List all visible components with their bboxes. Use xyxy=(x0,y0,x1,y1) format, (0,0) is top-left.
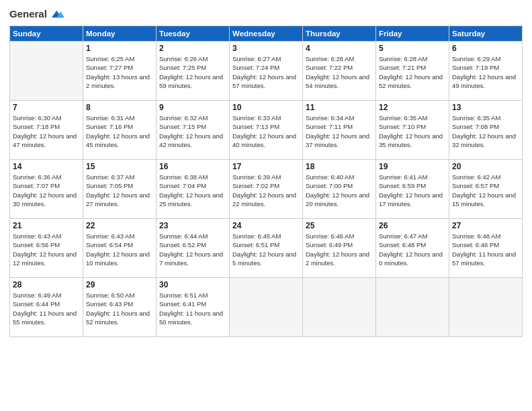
weekday-header-row: SundayMondayTuesdayWednesdayThursdayFrid… xyxy=(10,26,523,42)
day-info: Sunrise: 6:26 AMSunset: 7:25 PMDaylight:… xyxy=(159,54,226,90)
calendar-cell: 1Sunrise: 6:25 AMSunset: 7:27 PMDaylight… xyxy=(83,42,157,101)
day-number: 16 xyxy=(159,162,226,171)
day-info: Sunrise: 6:47 AMSunset: 6:48 PMDaylight:… xyxy=(379,232,446,267)
weekday-header-saturday: Saturday xyxy=(449,26,523,42)
weekday-header-tuesday: Tuesday xyxy=(157,26,230,42)
calendar-cell: 25Sunrise: 6:46 AMSunset: 6:49 PMDayligh… xyxy=(303,219,376,278)
day-number: 27 xyxy=(452,221,519,230)
day-info: Sunrise: 6:44 AMSunset: 6:52 PMDaylight:… xyxy=(159,232,226,267)
day-number: 11 xyxy=(306,103,373,112)
day-info: Sunrise: 6:25 AMSunset: 7:27 PMDaylight:… xyxy=(86,54,153,90)
calendar-cell: 29Sunrise: 6:50 AMSunset: 6:43 PMDayligh… xyxy=(83,278,157,337)
calendar-cell: 2Sunrise: 6:26 AMSunset: 7:25 PMDaylight… xyxy=(157,42,230,101)
day-number: 2 xyxy=(159,44,226,53)
calendar-cell: 3Sunrise: 6:27 AMSunset: 7:24 PMDaylight… xyxy=(230,42,303,101)
day-info: Sunrise: 6:43 AMSunset: 6:54 PMDaylight:… xyxy=(86,232,153,267)
day-info: Sunrise: 6:31 AMSunset: 7:16 PMDaylight:… xyxy=(86,113,153,149)
day-number: 6 xyxy=(452,44,519,53)
calendar-cell: 4Sunrise: 6:28 AMSunset: 7:22 PMDaylight… xyxy=(303,42,376,101)
day-info: Sunrise: 6:30 AMSunset: 7:18 PMDaylight:… xyxy=(13,113,80,149)
weekday-header-wednesday: Wednesday xyxy=(230,26,303,42)
day-number: 3 xyxy=(232,44,300,53)
calendar-cell: 16Sunrise: 6:38 AMSunset: 7:04 PMDayligh… xyxy=(157,160,230,219)
calendar-cell: 19Sunrise: 6:41 AMSunset: 6:59 PMDayligh… xyxy=(376,160,449,219)
week-row-2: 7Sunrise: 6:30 AMSunset: 7:18 PMDaylight… xyxy=(10,101,523,160)
calendar-cell xyxy=(10,42,83,101)
day-number: 13 xyxy=(452,103,519,112)
day-number: 14 xyxy=(13,162,80,171)
weekday-header-friday: Friday xyxy=(376,26,449,42)
day-number: 24 xyxy=(232,221,300,230)
calendar-cell: 18Sunrise: 6:40 AMSunset: 7:00 PMDayligh… xyxy=(303,160,376,219)
week-row-3: 14Sunrise: 6:36 AMSunset: 7:07 PMDayligh… xyxy=(10,160,523,219)
calendar-cell: 12Sunrise: 6:35 AMSunset: 7:10 PMDayligh… xyxy=(376,101,449,160)
day-number: 29 xyxy=(86,280,153,289)
header: General xyxy=(9,7,523,21)
page: General SundayMondayTuesdayWednesdayThur… xyxy=(0,0,532,411)
day-number: 20 xyxy=(452,162,519,171)
day-number: 30 xyxy=(159,280,226,289)
day-info: Sunrise: 6:27 AMSunset: 7:24 PMDaylight:… xyxy=(232,54,300,90)
day-info: Sunrise: 6:38 AMSunset: 7:04 PMDaylight:… xyxy=(159,173,226,208)
day-info: Sunrise: 6:35 AMSunset: 7:10 PMDaylight:… xyxy=(379,113,446,149)
calendar-cell: 5Sunrise: 6:28 AMSunset: 7:21 PMDaylight… xyxy=(376,42,449,101)
weekday-header-thursday: Thursday xyxy=(303,26,376,42)
day-number: 8 xyxy=(86,103,153,112)
day-info: Sunrise: 6:51 AMSunset: 6:41 PMDaylight:… xyxy=(159,291,226,326)
calendar-cell: 28Sunrise: 6:49 AMSunset: 6:44 PMDayligh… xyxy=(10,278,83,337)
calendar-cell: 20Sunrise: 6:42 AMSunset: 6:57 PMDayligh… xyxy=(449,160,523,219)
day-number: 28 xyxy=(13,280,80,289)
day-info: Sunrise: 6:50 AMSunset: 6:43 PMDaylight:… xyxy=(86,291,153,326)
day-number: 25 xyxy=(306,221,373,230)
calendar-cell: 7Sunrise: 6:30 AMSunset: 7:18 PMDaylight… xyxy=(10,101,83,160)
day-info: Sunrise: 6:34 AMSunset: 7:11 PMDaylight:… xyxy=(306,113,373,149)
day-info: Sunrise: 6:40 AMSunset: 7:00 PMDaylight:… xyxy=(306,173,373,208)
day-info: Sunrise: 6:48 AMSunset: 6:46 PMDaylight:… xyxy=(452,232,519,267)
day-info: Sunrise: 6:29 AMSunset: 7:19 PMDaylight:… xyxy=(452,54,519,90)
day-number: 10 xyxy=(232,103,300,112)
day-info: Sunrise: 6:42 AMSunset: 6:57 PMDaylight:… xyxy=(452,173,519,208)
calendar-cell: 21Sunrise: 6:43 AMSunset: 6:56 PMDayligh… xyxy=(10,219,83,278)
week-row-4: 21Sunrise: 6:43 AMSunset: 6:56 PMDayligh… xyxy=(10,219,523,278)
calendar-cell xyxy=(230,278,303,337)
calendar-cell: 17Sunrise: 6:39 AMSunset: 7:02 PMDayligh… xyxy=(230,160,303,219)
day-number: 21 xyxy=(13,221,80,230)
day-number: 23 xyxy=(159,221,226,230)
calendar-cell xyxy=(303,278,376,337)
day-number: 4 xyxy=(306,44,373,53)
day-info: Sunrise: 6:49 AMSunset: 6:44 PMDaylight:… xyxy=(13,291,80,326)
day-number: 15 xyxy=(86,162,153,171)
calendar-cell: 10Sunrise: 6:33 AMSunset: 7:13 PMDayligh… xyxy=(230,101,303,160)
weekday-header-sunday: Sunday xyxy=(10,26,83,42)
calendar-cell: 27Sunrise: 6:48 AMSunset: 6:46 PMDayligh… xyxy=(449,219,523,278)
day-info: Sunrise: 6:39 AMSunset: 7:02 PMDaylight:… xyxy=(232,173,300,208)
logo-text: General xyxy=(9,9,47,20)
day-info: Sunrise: 6:33 AMSunset: 7:13 PMDaylight:… xyxy=(232,113,300,149)
calendar-cell: 23Sunrise: 6:44 AMSunset: 6:52 PMDayligh… xyxy=(157,219,230,278)
calendar-cell: 15Sunrise: 6:37 AMSunset: 7:05 PMDayligh… xyxy=(83,160,157,219)
day-info: Sunrise: 6:37 AMSunset: 7:05 PMDaylight:… xyxy=(86,173,153,208)
calendar-cell: 22Sunrise: 6:43 AMSunset: 6:54 PMDayligh… xyxy=(83,219,157,278)
calendar-cell: 6Sunrise: 6:29 AMSunset: 7:19 PMDaylight… xyxy=(449,42,523,101)
calendar-cell: 26Sunrise: 6:47 AMSunset: 6:48 PMDayligh… xyxy=(376,219,449,278)
day-info: Sunrise: 6:32 AMSunset: 7:15 PMDaylight:… xyxy=(159,113,226,149)
day-number: 5 xyxy=(379,44,446,53)
calendar-cell xyxy=(449,278,523,337)
calendar-cell: 24Sunrise: 6:45 AMSunset: 6:51 PMDayligh… xyxy=(230,219,303,278)
day-number: 26 xyxy=(379,221,446,230)
week-row-5: 28Sunrise: 6:49 AMSunset: 6:44 PMDayligh… xyxy=(10,278,523,337)
day-info: Sunrise: 6:45 AMSunset: 6:51 PMDaylight:… xyxy=(232,232,300,267)
day-info: Sunrise: 6:41 AMSunset: 6:59 PMDaylight:… xyxy=(379,173,446,208)
day-info: Sunrise: 6:28 AMSunset: 7:21 PMDaylight:… xyxy=(379,54,446,90)
day-number: 17 xyxy=(232,162,300,171)
day-info: Sunrise: 6:43 AMSunset: 6:56 PMDaylight:… xyxy=(13,232,80,267)
weekday-header-monday: Monday xyxy=(83,26,157,42)
day-number: 19 xyxy=(379,162,446,171)
logo-icon xyxy=(50,7,64,21)
day-number: 1 xyxy=(86,44,153,53)
calendar-cell: 8Sunrise: 6:31 AMSunset: 7:16 PMDaylight… xyxy=(83,101,157,160)
calendar-cell xyxy=(376,278,449,337)
day-number: 22 xyxy=(86,221,153,230)
day-info: Sunrise: 6:35 AMSunset: 7:08 PMDaylight:… xyxy=(452,113,519,149)
calendar-cell: 9Sunrise: 6:32 AMSunset: 7:15 PMDaylight… xyxy=(157,101,230,160)
